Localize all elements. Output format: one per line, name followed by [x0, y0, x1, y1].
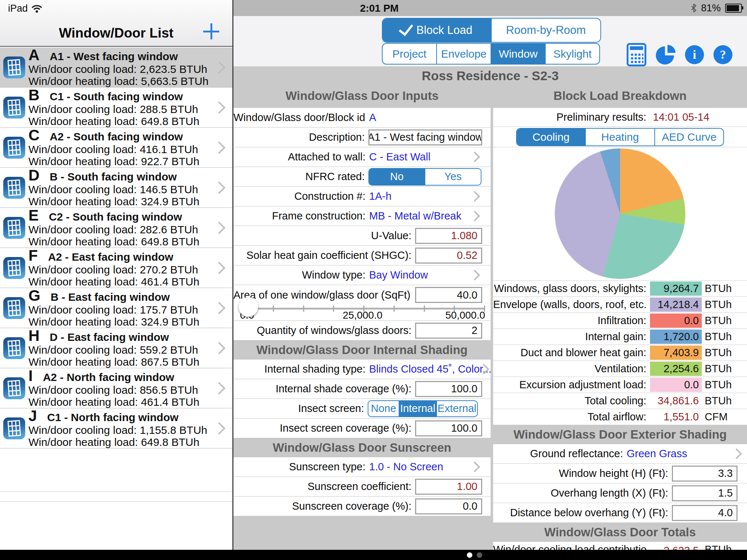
total-cooling-row: Total cooling: 34,861.6 BTUh — [493, 393, 747, 409]
sunscreen-type-row: Sunscreen type: 1.0 - No Screen — [233, 457, 491, 477]
window-icon — [3, 297, 26, 319]
heating-tab[interactable]: Heating — [585, 129, 654, 145]
heating-load-line: Win/door heating load: 461.4 BTUh — [28, 276, 215, 288]
window-type-link[interactable]: Bay Window — [369, 269, 428, 281]
construction-row: Construction #: 1A-h — [233, 187, 491, 206]
field-label: Window height (H) (Ft): — [493, 467, 668, 479]
distance-below-overhang-input[interactable]: 4.0 — [672, 505, 738, 521]
insect-coverage-input[interactable]: 100.0 — [415, 420, 482, 436]
legend-row: Ventilation: 2,254.6 BTUh — [493, 361, 747, 377]
attached-wall-link[interactable]: C - East Wall — [369, 151, 430, 163]
construction-link[interactable]: 1A-h — [369, 190, 391, 202]
tab-skylight[interactable]: Skylight — [545, 44, 599, 64]
add-window-button plus-icon[interactable] — [203, 23, 219, 39]
page-dot-active[interactable] — [467, 552, 472, 558]
insect-none-option[interactable]: None — [368, 401, 399, 416]
cooling-load-line: Win/door cooling load: 416.1 BTUh — [28, 143, 215, 155]
cooling-tab[interactable]: Cooling — [517, 129, 585, 145]
preliminary-results-row: Preliminary results: 14:01 05-14 — [493, 108, 747, 127]
inputs-section-header: Window/Glass Door Inputs — [233, 89, 491, 103]
list-item-letter: F — [28, 248, 38, 263]
calculator-icon[interactable] — [627, 43, 646, 66]
legend-value-chip: 9,264.7 — [650, 281, 702, 296]
cooling-load-line: Win/door cooling load: 559.2 BTUh — [28, 344, 215, 356]
field-label: Insect screen: — [233, 402, 364, 415]
page-dots[interactable] — [467, 552, 482, 558]
breakdown-section-header: Block Load Breakdown — [493, 89, 747, 103]
block-load-toggle[interactable]: Block Load — [383, 19, 492, 42]
description-input[interactable]: A1 - West facing window — [368, 129, 482, 145]
tab-project[interactable]: Project — [383, 44, 436, 64]
total-airflow-row: Total airflow: 1,551.0 CFM — [493, 409, 747, 425]
list-item[interactable]: CA2 - South facing window Win/door cooli… — [0, 128, 232, 168]
info-icon[interactable]: i — [685, 45, 704, 64]
list-item[interactable]: HD - East facing window Win/door cooling… — [0, 328, 232, 368]
u-value-input[interactable]: 1.080 — [415, 228, 482, 244]
u-value-row: U-Value: 1.080 — [233, 226, 491, 246]
internal-shading-type-link[interactable]: Blinds Closed 45˚, Color... — [369, 363, 491, 375]
chevron-right-icon — [213, 382, 225, 394]
internal-shading-header: Window/Glass Door Internal Shading — [233, 341, 491, 359]
list-item[interactable]: GB - East facing window Win/door cooling… — [0, 288, 232, 328]
slider-max-label: 50,000.0 — [445, 310, 485, 321]
list-item[interactable]: EC2 - South facing window Win/door cooli… — [0, 208, 232, 248]
heating-load-line: Win/door heating load: 324.9 BTUh — [28, 316, 215, 328]
insect-external-option[interactable]: External — [436, 401, 477, 416]
shade-coverage-row: Internal shade coverage (%): 100.0 — [233, 379, 491, 399]
pie-chart-icon[interactable] — [656, 45, 676, 65]
list-item-text: JC1 - North facing window Win/door cooli… — [28, 409, 215, 448]
toolbar: Block Load Room-by-Room Project Envelope… — [233, 16, 747, 68]
list-item-text: FA2 - East facing window Win/door coolin… — [28, 248, 215, 288]
shade-coverage-input[interactable]: 100.0 — [415, 381, 482, 397]
list-divider — [0, 491, 232, 492]
legend-unit: BTUh — [705, 315, 747, 327]
page-indicator-bar — [0, 550, 747, 560]
legend-value-chip: 7,403.9 — [650, 346, 702, 360]
list-item[interactable]: IA2 - North facing window Win/door cooli… — [0, 368, 232, 408]
description-row: Description: A1 - West facing window — [233, 128, 491, 147]
list-item-title: C2 - South facing window — [49, 211, 182, 223]
field-label: Window/Glass door/Block id: — [233, 112, 365, 124]
sunscreen-type-link[interactable]: 1.0 - No Screen — [369, 461, 443, 473]
list-item-title: B - East facing window — [51, 291, 170, 303]
nfrc-no-option[interactable]: No — [369, 169, 425, 185]
list-item[interactable]: AA1 - West facing window Win/door coolin… — [0, 47, 232, 88]
aed-curve-tab[interactable]: AED Curve — [654, 129, 723, 145]
block-id-link[interactable]: A — [369, 112, 376, 124]
help-icon[interactable]: ? — [713, 45, 732, 64]
area-input[interactable]: 40.0 — [415, 287, 482, 303]
list-item-title: B - South facing window — [50, 171, 177, 183]
nfrc-toggle: No Yes — [368, 168, 481, 186]
field-label: Total cooling: — [493, 395, 646, 407]
list-item-letter: C — [28, 128, 39, 143]
window-icon — [3, 136, 26, 159]
shgc-input[interactable]: 0.52 — [415, 248, 482, 264]
list-item[interactable]: DB - South facing window Win/door coolin… — [0, 168, 232, 208]
page-dot[interactable] — [477, 552, 482, 558]
list-item-title: C1 - South facing window — [50, 90, 183, 103]
list-item[interactable]: JC1 - North facing window Win/door cooli… — [0, 408, 232, 448]
insect-internal-option[interactable]: Internal — [399, 401, 436, 416]
window-door-list-panel: iPad Window/Door List AA1 - West facing … — [0, 0, 233, 560]
list-item[interactable]: FA2 - East facing window Win/door coolin… — [0, 248, 232, 288]
list-item[interactable]: BC1 - South facing window Win/door cooli… — [0, 88, 232, 128]
ground-reflectance-link[interactable]: Green Grass — [627, 448, 687, 460]
sunscreen-coeff-input[interactable]: 1.00 — [415, 479, 482, 495]
legend-label: Envelope (walls, doors, roof, etc.): — [493, 299, 646, 311]
quantity-row: Quantity of windows/glass doors: 2 — [233, 321, 491, 341]
quantity-input[interactable]: 2 — [415, 323, 482, 339]
frame-construction-link[interactable]: MB - Metal w/Break — [369, 210, 461, 222]
window-height-input[interactable]: 3.3 — [672, 466, 738, 482]
field-label: Preliminary results: — [493, 111, 646, 123]
insect-screen-toggle: None Internal External — [368, 400, 478, 417]
slider-thumb[interactable] — [239, 297, 258, 317]
nfrc-yes-option[interactable]: Yes — [425, 169, 481, 185]
tab-envelope[interactable]: Envelope — [436, 44, 491, 64]
room-by-room-toggle[interactable]: Room-by-Room — [492, 19, 601, 42]
legend-value-chip: 1,720.0 — [650, 330, 702, 344]
overhang-length-input[interactable]: 1.5 — [672, 485, 738, 501]
list-item-letter: D — [28, 168, 39, 183]
tab-window[interactable]: Window — [491, 44, 545, 64]
list-item-title: A2 - South facing window — [50, 131, 183, 143]
sunscreen-coverage-input[interactable]: 0.0 — [415, 498, 482, 514]
